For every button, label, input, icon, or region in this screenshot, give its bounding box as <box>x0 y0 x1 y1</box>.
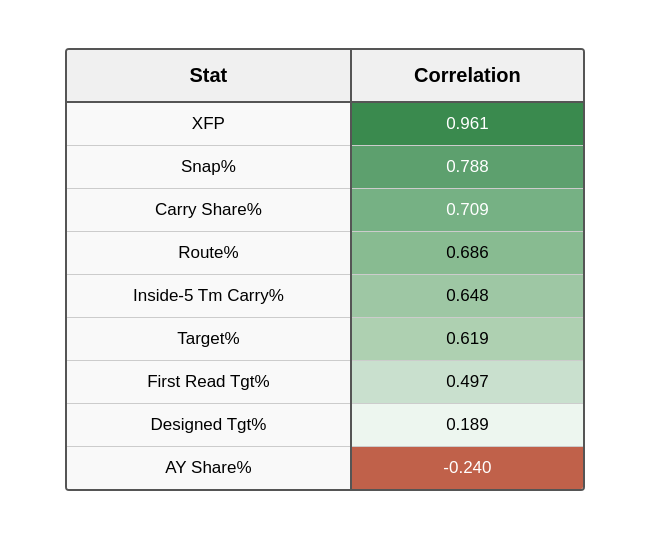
correlation-column-header: Correlation <box>351 50 583 102</box>
correlation-cell: -0.240 <box>351 446 583 489</box>
correlation-cell: 0.961 <box>351 102 583 146</box>
table-row: Snap%0.788 <box>67 145 583 188</box>
stat-cell: Carry Share% <box>67 188 351 231</box>
correlation-cell: 0.788 <box>351 145 583 188</box>
table-row: AY Share%-0.240 <box>67 446 583 489</box>
correlation-cell: 0.619 <box>351 317 583 360</box>
stat-cell: First Read Tgt% <box>67 360 351 403</box>
table-row: Carry Share%0.709 <box>67 188 583 231</box>
table-row: Inside-5 Tm Carry%0.648 <box>67 274 583 317</box>
stat-cell: Route% <box>67 231 351 274</box>
stat-cell: Designed Tgt% <box>67 403 351 446</box>
stat-cell: XFP <box>67 102 351 146</box>
stat-cell: AY Share% <box>67 446 351 489</box>
correlation-cell: 0.189 <box>351 403 583 446</box>
correlation-table: Stat Correlation XFP0.961Snap%0.788Carry… <box>65 48 585 491</box>
correlation-cell: 0.709 <box>351 188 583 231</box>
table-row: Target%0.619 <box>67 317 583 360</box>
stat-cell: Target% <box>67 317 351 360</box>
correlation-cell: 0.497 <box>351 360 583 403</box>
table-row: Designed Tgt%0.189 <box>67 403 583 446</box>
correlation-cell: 0.686 <box>351 231 583 274</box>
stat-cell: Snap% <box>67 145 351 188</box>
stat-cell: Inside-5 Tm Carry% <box>67 274 351 317</box>
table-row: First Read Tgt%0.497 <box>67 360 583 403</box>
table-row: XFP0.961 <box>67 102 583 146</box>
stat-column-header: Stat <box>67 50 351 102</box>
table-row: Route%0.686 <box>67 231 583 274</box>
correlation-cell: 0.648 <box>351 274 583 317</box>
